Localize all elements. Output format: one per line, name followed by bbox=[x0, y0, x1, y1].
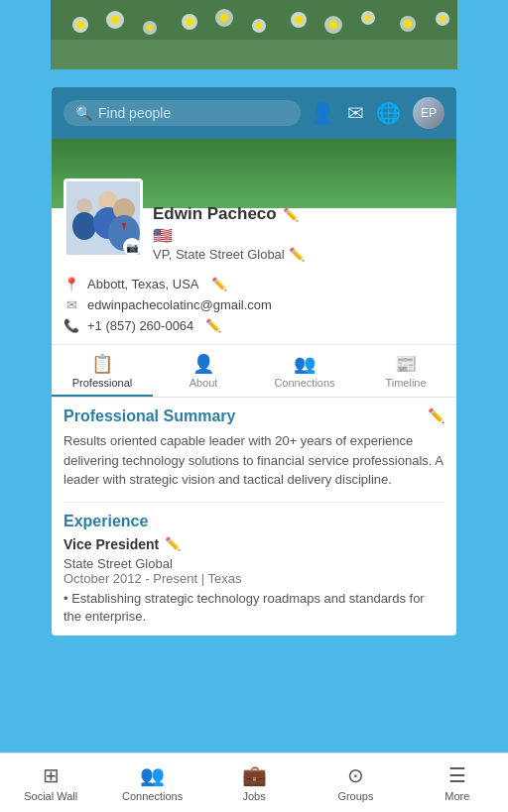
summary-title: Professional Summary bbox=[64, 407, 444, 425]
location-text: Abbott, Texas, USA bbox=[87, 277, 199, 291]
svg-point-25 bbox=[76, 198, 92, 214]
exp-date: October 2012 - Present | Texas bbox=[64, 571, 444, 586]
location-row: 📍 Abbott, Texas, USA ✏️ bbox=[64, 274, 444, 294]
profile-name: Edwin Pacheco bbox=[153, 204, 277, 224]
tab-timeline[interactable]: 📰 Timeline bbox=[355, 345, 456, 397]
tab-about-label: About bbox=[190, 377, 218, 389]
experience-section: Experience Vice President ✏️ State Stree… bbox=[64, 502, 444, 626]
nav-jobs[interactable]: 💼 Jobs bbox=[203, 757, 305, 808]
search-icon: 🔍 bbox=[75, 105, 92, 121]
email-icon: ✉ bbox=[64, 297, 79, 312]
connections-nav-label: Connections bbox=[122, 790, 183, 802]
tab-professional[interactable]: 📋 Professional bbox=[52, 345, 153, 397]
location-icon: 📍 bbox=[64, 277, 79, 291]
connections-nav-icon: 👥 bbox=[140, 763, 165, 787]
more-icon: ☰ bbox=[448, 763, 466, 787]
user-avatar[interactable]: EP bbox=[413, 97, 444, 129]
edit-phone-icon[interactable]: ✏️ bbox=[205, 318, 221, 333]
bottom-nav: ⊞ Social Wall 👥 Connections 💼 Jobs ⊙ Gro… bbox=[0, 753, 508, 812]
edit-location-icon[interactable]: ✏️ bbox=[211, 277, 227, 291]
nav-groups[interactable]: ⊙ Groups bbox=[305, 757, 406, 808]
phone-icon: 📞 bbox=[64, 318, 79, 333]
email-text: edwinpachecolatinc@gmail.com bbox=[87, 297, 272, 312]
search-bar: 🔍 Find people 👤 ✉ 🌐 EP bbox=[52, 87, 456, 139]
nav-social-wall[interactable]: ⊞ Social Wall bbox=[0, 757, 101, 808]
search-input-area[interactable]: 🔍 Find people bbox=[64, 100, 301, 126]
nav-connections[interactable]: 👥 Connections bbox=[101, 757, 202, 808]
profile-photo-wrap: 📷 bbox=[64, 198, 143, 258]
main-card: 🔍 Find people 👤 ✉ 🌐 EP bbox=[52, 87, 456, 636]
professional-tab-icon: 📋 bbox=[91, 353, 113, 375]
groups-icon: ⊙ bbox=[347, 763, 364, 787]
about-tab-icon: 👤 bbox=[192, 353, 214, 375]
svg-point-26 bbox=[72, 212, 96, 240]
tab-professional-label: Professional bbox=[72, 377, 133, 389]
exp-title-row: Vice President ✏️ bbox=[64, 536, 444, 552]
edit-exp-icon[interactable]: ✏️ bbox=[165, 536, 181, 551]
people-icon[interactable]: 👤 bbox=[311, 101, 335, 125]
email-row: ✉ edwinpachecolatinc@gmail.com bbox=[64, 294, 444, 315]
profile-tabs: 📋 Professional 👤 About 👥 Connections 📰 T… bbox=[52, 345, 456, 398]
profile-name-row: Edwin Pacheco ✏️ bbox=[153, 204, 444, 224]
summary-text: Results oriented capable leader with 20+… bbox=[64, 431, 444, 490]
profile-info-row: 📷 Edwin Pacheco ✏️ 🇺🇸 VP, State Street G… bbox=[52, 198, 456, 270]
tab-about[interactable]: 👤 About bbox=[153, 345, 254, 397]
timeline-tab-icon: 📰 bbox=[395, 353, 417, 375]
contact-section: 📍 Abbott, Texas, USA ✏️ ✉ edwinpachecola… bbox=[52, 270, 456, 345]
globe-icon[interactable]: 🌐 bbox=[376, 101, 401, 125]
nav-more[interactable]: ☰ More bbox=[407, 757, 508, 808]
tab-connections-label: Connections bbox=[274, 377, 334, 389]
exp-job-title: Vice President bbox=[64, 536, 159, 552]
experience-title: Experience bbox=[64, 513, 444, 530]
jobs-label: Jobs bbox=[242, 790, 265, 802]
tab-timeline-label: Timeline bbox=[385, 377, 426, 389]
search-icons: 👤 ✉ 🌐 EP bbox=[311, 97, 444, 129]
groups-label: Groups bbox=[337, 790, 373, 802]
connections-tab-icon: 👥 bbox=[294, 353, 316, 375]
jobs-icon: 💼 bbox=[242, 763, 267, 787]
more-label: More bbox=[444, 790, 469, 802]
exp-bullet: • Establishing strategic technology road… bbox=[64, 590, 444, 626]
edit-summary-icon[interactable]: ✏️ bbox=[428, 407, 444, 423]
tab-connections[interactable]: 👥 Connections bbox=[254, 345, 355, 397]
profile-job-title: VP, State Street Global ✏️ bbox=[153, 247, 444, 262]
edit-title-icon[interactable]: ✏️ bbox=[289, 247, 305, 262]
edit-name-icon[interactable]: ✏️ bbox=[283, 207, 299, 222]
flag-icon: 🇺🇸 bbox=[153, 226, 444, 245]
phone-text: +1 (857) 260-0064 bbox=[87, 318, 193, 333]
profile-text: Edwin Pacheco ✏️ 🇺🇸 VP, State Street Glo… bbox=[153, 198, 444, 262]
search-placeholder: Find people bbox=[98, 105, 171, 121]
social-wall-label: Social Wall bbox=[24, 790, 77, 802]
message-icon[interactable]: ✉ bbox=[347, 101, 364, 125]
social-wall-icon: ⊞ bbox=[43, 763, 60, 787]
professional-content: ✏️ Professional Summary Results oriented… bbox=[52, 398, 456, 636]
summary-section: ✏️ Professional Summary Results oriented… bbox=[64, 407, 444, 490]
phone-row: 📞 +1 (857) 260-0064 ✏️ bbox=[64, 315, 444, 336]
exp-company: State Street Global bbox=[64, 556, 444, 571]
camera-icon[interactable]: 📷 bbox=[123, 238, 141, 256]
